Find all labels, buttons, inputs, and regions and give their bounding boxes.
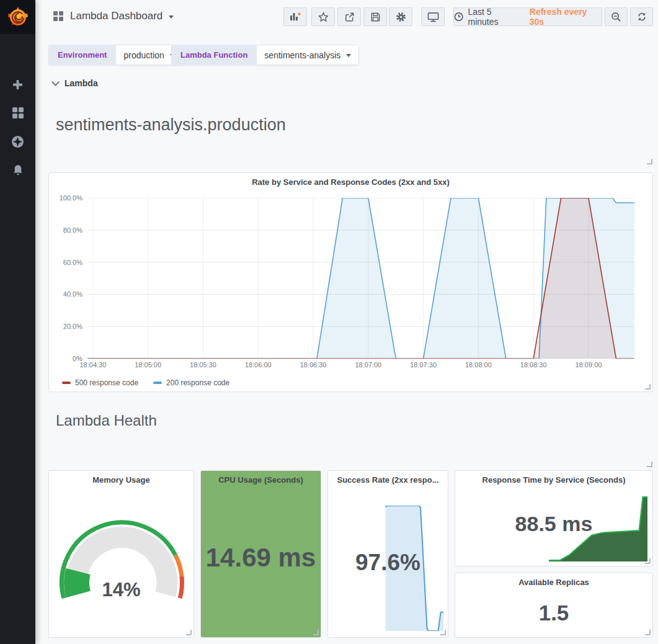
explore-button[interactable] — [0, 127, 35, 156]
page-title: Lambda Dashboard — [70, 10, 162, 22]
panel-resize-handle[interactable] — [440, 630, 446, 635]
panel-resize-handle[interactable] — [647, 159, 652, 164]
x-tick-label: 18:09:00 — [569, 361, 608, 369]
cycle-view-mode-button[interactable] — [421, 7, 445, 26]
dashboards-icon — [12, 107, 24, 119]
share-dashboard-button[interactable] — [337, 7, 361, 26]
available-replicas-value: 1.5 — [455, 601, 652, 625]
success-rate-value: 97.6% — [328, 550, 448, 576]
y-axis-labels: 100.0%80.0%60.0%40.0%20.0%0% — [49, 173, 82, 391]
compass-icon — [11, 135, 24, 148]
share-icon — [344, 12, 355, 22]
x-tick-label: 18:06:30 — [293, 361, 333, 369]
panel-available-replicas: Available Replicas 1.5 — [455, 573, 653, 638]
x-axis-labels: 18:04:3018:05:0018:05:3018:06:0018:06:30… — [87, 361, 646, 371]
chart-legend: 500 response code200 response code — [62, 378, 229, 387]
bell-icon — [12, 164, 24, 176]
dashboard-grid-icon — [53, 11, 64, 22]
add-panel-button[interactable] — [283, 7, 307, 26]
zoom-out-icon — [611, 12, 621, 22]
panel-resize-handle[interactable] — [645, 558, 651, 564]
save-icon — [370, 12, 381, 22]
panel-response-time: Response Time by Service (Seconds) 88.5 … — [455, 470, 653, 566]
variable-lambda-function-value[interactable]: sentiments-analysis — [257, 45, 359, 65]
legend-item[interactable]: 500 response code — [62, 378, 138, 387]
time-range-label: Last 5 minutes — [468, 7, 523, 27]
memory-gauge — [49, 513, 195, 637]
plus-icon — [12, 79, 24, 91]
legend-label: 500 response code — [75, 378, 138, 387]
star-icon — [318, 12, 329, 22]
x-tick-label: 18:07:30 — [404, 361, 443, 369]
save-dashboard-button[interactable] — [363, 7, 387, 26]
legend-swatch — [153, 382, 162, 384]
cpu-usage-value: 14.69 ms — [201, 543, 321, 573]
create-button[interactable] — [0, 70, 35, 99]
y-tick-label: 40.0% — [63, 290, 82, 298]
variable-environment-label: Environment — [48, 45, 116, 65]
panel-title-rate[interactable]: Rate by Service and Response Codes (2xx … — [49, 177, 652, 187]
gear-icon — [396, 12, 406, 22]
panel-resize-handle[interactable] — [645, 384, 651, 390]
x-tick-label: 18:08:00 — [458, 361, 498, 369]
zoom-out-button[interactable] — [605, 7, 628, 26]
y-tick-label: 100.0% — [60, 194, 82, 202]
variable-environment-selected: production — [123, 50, 164, 60]
panel-resize-handle[interactable] — [313, 630, 319, 635]
panel-resize-handle[interactable] — [647, 462, 652, 467]
panel-title-memory[interactable]: Memory Usage — [49, 475, 193, 485]
x-tick-label: 18:08:30 — [514, 361, 553, 369]
grafana-logo[interactable] — [0, 0, 35, 34]
legend-label: 200 response code — [166, 378, 229, 387]
y-tick-label: 80.0% — [63, 226, 82, 234]
clock-icon — [454, 12, 464, 22]
y-tick-label: 20.0% — [63, 323, 82, 330]
legend-item[interactable]: 200 response code — [153, 378, 229, 387]
section-title-text-panel: Lambda Health — [56, 412, 157, 429]
panel-title-response-time[interactable]: Response Time by Service (Seconds) — [455, 475, 652, 485]
panel-success-rate: Success Rate (2xx respo... 97.6% — [327, 470, 448, 638]
row-label: Lambda — [64, 78, 98, 88]
monitor-icon — [427, 12, 439, 22]
breadcrumb[interactable]: Lambda Dashboard — [53, 10, 174, 22]
side-menu — [0, 0, 35, 644]
panel-title-available-replicas[interactable]: Available Replicas — [455, 578, 652, 587]
y-tick-label: 60.0% — [63, 259, 82, 266]
panel-rate-by-service: Rate by Service and Response Codes (2xx … — [48, 172, 653, 392]
dashboards-button[interactable] — [0, 99, 35, 127]
response-time-value: 88.5 ms — [455, 512, 652, 536]
chevron-down-icon — [51, 78, 60, 86]
refresh-interval-label: Refresh every 30s — [530, 7, 602, 27]
add-panel-icon — [290, 12, 301, 22]
variable-lambda-function: Lambda Function sentiments-analysis — [171, 45, 359, 65]
panel-resize-handle[interactable] — [186, 630, 192, 635]
star-dashboard-button[interactable] — [311, 7, 335, 26]
x-tick-label: 18:07:00 — [349, 361, 388, 369]
panel-title-success-rate[interactable]: Success Rate (2xx respo... — [328, 475, 448, 485]
variable-lambda-function-label: Lambda Function — [171, 45, 257, 65]
x-tick-label: 18:06:00 — [238, 361, 278, 369]
refresh-icon — [637, 12, 647, 22]
panel-memory-usage: Memory Usage 14% — [48, 470, 194, 638]
chevron-down-icon — [169, 16, 174, 19]
chevron-down-icon — [346, 54, 351, 57]
refresh-button[interactable] — [630, 7, 653, 26]
legend-swatch — [62, 382, 71, 384]
variable-environment: Environment production — [48, 45, 183, 65]
time-range-picker[interactable]: Last 5 minutes Refresh every 30s — [453, 7, 602, 26]
dashboard-settings-button[interactable] — [389, 7, 412, 26]
panel-cpu-usage: CPU Usage (Seconds) 14.69 ms — [200, 470, 321, 638]
x-tick-label: 18:04:30 — [73, 361, 113, 369]
x-tick-label: 18:05:30 — [183, 361, 223, 369]
timeseries-plot[interactable] — [87, 198, 634, 359]
memory-usage-value: 14% — [49, 579, 193, 601]
function-title-text-panel: sentiments-analysis.production — [56, 115, 286, 135]
panel-resize-handle[interactable] — [645, 630, 651, 635]
row-toggle-lambda[interactable]: Lambda — [53, 78, 98, 88]
panel-title-cpu[interactable]: CPU Usage (Seconds) — [201, 475, 321, 485]
x-tick-label: 18:05:00 — [128, 361, 168, 369]
alerting-button[interactable] — [0, 156, 35, 184]
grafana-logo-icon — [7, 7, 29, 28]
variable-lambda-function-selected: sentiments-analysis — [264, 50, 340, 60]
